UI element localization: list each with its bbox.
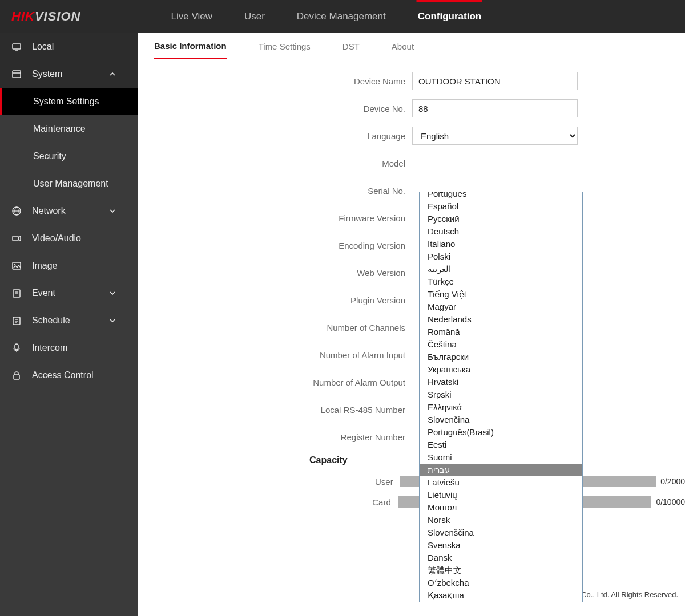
language-option[interactable]: Latviešu [420,476,582,489]
language-option[interactable]: Português [420,192,582,200]
input-device-name[interactable] [412,72,578,90]
logo-hik: HIK [11,9,35,23]
row-number-of-alarm-input: Number of Alarm Input [138,346,685,364]
sub-tab-about[interactable]: About [392,35,414,58]
sub-tab-time-settings[interactable]: Time Settings [259,35,311,58]
language-option[interactable]: العربية [420,263,582,275]
language-option[interactable]: Lietuvių [420,489,582,501]
sub-tabs: Basic InformationTime SettingsDSTAbout [138,33,685,60]
sidebar-item-local[interactable]: Local [0,33,138,60]
capacity-row-user: User0/2000 [138,476,685,487]
language-option[interactable]: Oʻzbekcha [420,577,582,589]
language-option[interactable]: Svenska [420,539,582,552]
sidebar-item-system[interactable]: System [0,60,138,88]
access-control-icon [11,370,22,380]
label-device-name: Device Name [138,76,412,86]
sidebar-label: Video/Audio [32,233,81,244]
language-option[interactable]: 繁體中文 [420,564,582,577]
network-icon [11,206,22,216]
row-register-number: Register Number [138,428,685,446]
language-option[interactable]: Srpski [420,388,582,401]
language-option[interactable]: Română [420,326,582,338]
row-serial-no-: Serial No. [138,181,685,200]
header: HIKVISION Live ViewUserDevice Management… [0,0,685,33]
language-option[interactable]: Қазақша [420,589,582,602]
row-number-of-channels: Number of Channels [138,318,685,337]
sidebar-sub-user-management[interactable]: User Management [0,170,138,197]
sidebar-item-access-control[interactable]: Access Control [0,362,138,389]
capacity-label-user: User [138,477,400,487]
active-tab-indicator [417,0,482,2]
language-option[interactable]: Ελληνικά [420,401,582,414]
language-option[interactable]: Български [420,351,582,363]
sub-tab-dst[interactable]: DST [342,35,360,58]
language-option[interactable]: Português(Brasil) [420,426,582,439]
language-option[interactable]: Nederlands [420,313,582,326]
system-icon [11,69,22,79]
language-option[interactable]: Dansk [420,552,582,564]
select-language[interactable]: English [412,127,578,145]
language-option[interactable]: Italiano [420,238,582,250]
event-icon [11,288,22,298]
label-language: Language [138,131,412,141]
sidebar-label: Image [32,261,57,271]
label-number-of-alarm-input: Number of Alarm Input [138,350,412,360]
logo: HIKVISION [11,9,80,24]
language-option[interactable]: Українська [420,363,582,376]
language-option[interactable]: Magyar [420,301,582,313]
sidebar-item-video-audio[interactable]: Video/Audio [0,225,138,252]
language-option[interactable]: Slovenčina [420,414,582,426]
top-nav-configuration[interactable]: Configuration [402,0,497,33]
form-area: Device Name Device No. Language English … [138,60,685,616]
sidebar-item-schedule[interactable]: Schedule [0,307,138,334]
top-nav-live-view[interactable]: Live View [155,0,228,33]
sidebar-item-event[interactable]: Event [0,279,138,307]
language-option[interactable]: Deutsch [420,225,582,238]
label-serial-no-: Serial No. [138,186,412,196]
sidebar-label: Access Control [32,370,94,380]
language-dropdown[interactable]: EnglishFrançaisPortuguêsEspañolРусскийDe… [419,192,583,602]
sidebar-label: Network [32,206,66,216]
video-audio-icon [11,233,22,244]
language-option[interactable]: Hrvatski [420,376,582,388]
input-device-no[interactable] [412,99,578,117]
sidebar-item-image[interactable]: Image [0,252,138,279]
top-nav-device-management[interactable]: Device Management [281,0,402,33]
row-local-rs-485-number: Local RS-485 Number [138,400,685,419]
language-option[interactable]: Türkçe [420,275,582,288]
svg-rect-2 [13,71,21,78]
content: Basic InformationTime SettingsDSTAbout D… [138,33,685,616]
language-option[interactable]: Español [420,200,582,213]
row-language: Language English [138,127,685,145]
language-option[interactable]: Polski [420,250,582,263]
language-option[interactable]: Norsk [420,514,582,526]
label-device-no: Device No. [138,104,412,114]
svg-rect-0 [13,44,21,49]
label-register-number: Register Number [138,432,412,442]
label-web-version: Web Version [138,268,412,278]
row-web-version: Web Version [138,264,685,282]
language-option[interactable]: Русский [420,213,582,225]
language-option[interactable]: Eesti [420,439,582,451]
sidebar-sub-system-settings[interactable]: System Settings [0,88,138,115]
row-device-name: Device Name [138,72,685,90]
sidebar-item-network[interactable]: Network [0,197,138,225]
sub-tab-basic-information[interactable]: Basic Information [154,34,227,59]
language-option[interactable]: Монгол [420,501,582,514]
sidebar-label: Schedule [32,315,70,326]
language-option[interactable]: Suomi [420,451,582,464]
language-option[interactable]: עברית [420,464,582,476]
logo-vision: VISION [35,9,81,23]
sidebar-sub-security[interactable]: Security [0,143,138,170]
svg-rect-7 [13,236,18,241]
capacity-value-user: 0/2000 [660,477,685,486]
row-firmware-version: Firmware Version [138,209,685,227]
sidebar-sub-maintenance[interactable]: Maintenance [0,115,138,143]
language-option[interactable]: Čeština [420,338,582,351]
language-option[interactable]: Slovenščina [420,526,582,539]
row-number-of-alarm-output: Number of Alarm Output [138,373,685,391]
intercom-icon [11,343,22,353]
top-nav-user[interactable]: User [228,0,281,33]
sidebar-item-intercom[interactable]: Intercom [0,334,138,362]
language-option[interactable]: Tiếng Việt [420,288,582,301]
